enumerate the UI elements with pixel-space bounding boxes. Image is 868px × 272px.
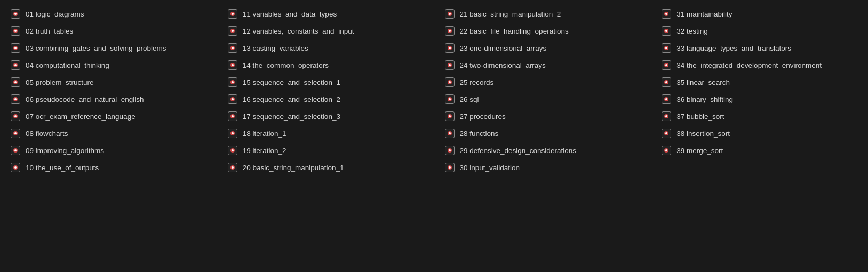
item-label: 17 sequence_and_selection_3 <box>243 113 340 121</box>
list-item[interactable]: 35 linear_search <box>656 74 863 91</box>
list-item[interactable]: 28 functions <box>440 125 646 142</box>
list-item[interactable]: 21 basic_string_manipulation_2 <box>440 5 646 22</box>
item-label: 22 basic_file_handling_operations <box>460 27 569 35</box>
item-label: 28 functions <box>460 130 499 138</box>
video-icon <box>228 111 237 121</box>
video-icon <box>228 146 237 155</box>
list-item[interactable]: 23 one-dimensional_arrays <box>440 39 646 57</box>
list-item[interactable]: 31 maintainability <box>656 5 863 22</box>
list-item[interactable]: 29 defensive_design_considerations <box>440 142 646 159</box>
list-item[interactable]: 06 pseudocode_and_natural_english <box>5 91 212 108</box>
item-label: 32 testing <box>676 27 708 35</box>
list-item[interactable]: 15 sequence_and_selection_1 <box>222 74 429 91</box>
video-icon <box>11 94 20 104</box>
video-icon <box>662 26 671 36</box>
video-icon <box>662 60 671 70</box>
list-item[interactable]: 02 truth_tables <box>5 22 212 39</box>
items-grid: 01 logic_diagrams02 truth_tables03 combi… <box>0 0 868 181</box>
item-label: 24 two-dimensional_arrays <box>460 61 546 69</box>
item-label: 02 truth_tables <box>26 27 73 35</box>
column-4: 31 maintainability32 testing33 language_… <box>651 5 868 176</box>
item-label: 29 defensive_design_considerations <box>460 147 576 155</box>
item-label: 07 ocr_exam_reference_language <box>26 113 136 121</box>
item-label: 13 casting_variables <box>243 44 308 52</box>
list-item[interactable]: 04 computational_thinking <box>5 57 212 74</box>
list-item[interactable]: 27 procedures <box>440 108 646 125</box>
list-item[interactable]: 26 sql <box>440 91 646 108</box>
list-item[interactable]: 12 variables,_constants_and_input <box>222 22 429 39</box>
list-item[interactable]: 32 testing <box>656 22 863 39</box>
list-item[interactable]: 25 records <box>440 74 646 91</box>
item-label: 23 one-dimensional_arrays <box>460 44 547 52</box>
item-label: 34 the_integrated_development_environmen… <box>676 61 822 69</box>
video-icon <box>445 94 455 104</box>
list-item[interactable]: 33 language_types_and_translators <box>656 39 863 57</box>
item-label: 21 basic_string_manipulation_2 <box>460 10 561 18</box>
item-label: 18 iteration_1 <box>243 130 286 138</box>
video-icon <box>662 9 671 19</box>
item-label: 31 maintainability <box>676 10 732 18</box>
video-icon <box>11 129 20 138</box>
video-icon <box>445 77 455 87</box>
item-label: 09 improving_algorithms <box>26 147 104 155</box>
list-item[interactable]: 38 insertion_sort <box>656 125 863 142</box>
list-item[interactable]: 19 iteration_2 <box>222 142 429 159</box>
list-item[interactable]: 07 ocr_exam_reference_language <box>5 108 212 125</box>
item-label: 39 merge_sort <box>676 147 723 155</box>
list-item[interactable]: 17 sequence_and_selection_3 <box>222 108 429 125</box>
list-item[interactable]: 22 basic_file_handling_operations <box>440 22 646 39</box>
item-label: 26 sql <box>460 95 479 103</box>
list-item[interactable]: 03 combining_gates_and_solving_problems <box>5 39 212 57</box>
item-label: 25 records <box>460 78 494 86</box>
list-item[interactable]: 01 logic_diagrams <box>5 5 212 22</box>
item-label: 27 procedures <box>460 113 506 121</box>
list-item[interactable]: 10 the_use_of_outputs <box>5 159 212 176</box>
video-icon <box>11 111 20 121</box>
video-icon <box>228 94 237 104</box>
item-label: 11 variables_and_data_types <box>243 10 337 18</box>
video-icon <box>11 146 20 155</box>
item-label: 12 variables,_constants_and_input <box>243 27 354 35</box>
item-label: 16 sequence_and_selection_2 <box>243 95 340 103</box>
list-item[interactable]: 24 two-dimensional_arrays <box>440 57 646 74</box>
list-item[interactable]: 09 improving_algorithms <box>5 142 212 159</box>
video-icon <box>228 77 237 87</box>
video-icon <box>662 77 671 87</box>
list-item[interactable]: 37 bubble_sort <box>656 108 863 125</box>
list-item[interactable]: 34 the_integrated_development_environmen… <box>656 57 863 74</box>
item-label: 35 linear_search <box>676 78 730 86</box>
video-icon <box>11 43 20 53</box>
video-icon <box>11 77 20 87</box>
list-item[interactable]: 18 iteration_1 <box>222 125 429 142</box>
item-label: 38 insertion_sort <box>676 130 730 138</box>
list-item[interactable]: 13 casting_variables <box>222 39 429 57</box>
item-label: 36 binary_shifting <box>676 95 733 103</box>
video-icon <box>445 146 455 155</box>
list-item[interactable]: 36 binary_shifting <box>656 91 863 108</box>
video-icon <box>662 111 671 121</box>
video-icon <box>662 94 671 104</box>
video-icon <box>11 163 20 172</box>
video-icon <box>445 43 455 53</box>
item-label: 20 basic_string_manipulation_1 <box>243 164 344 172</box>
video-icon <box>228 163 237 172</box>
list-item[interactable]: 39 merge_sort <box>656 142 863 159</box>
list-item[interactable]: 05 problem_structure <box>5 74 212 91</box>
column-3: 21 basic_string_manipulation_222 basic_f… <box>434 5 651 176</box>
item-label: 03 combining_gates_and_solving_problems <box>26 44 166 52</box>
item-label: 14 the_common_operators <box>243 61 329 69</box>
list-item[interactable]: 20 basic_string_manipulation_1 <box>222 159 429 176</box>
list-item[interactable]: 11 variables_and_data_types <box>222 5 429 22</box>
item-label: 04 computational_thinking <box>26 61 109 69</box>
list-item[interactable]: 16 sequence_and_selection_2 <box>222 91 429 108</box>
video-icon <box>662 146 671 155</box>
item-label: 30 input_validation <box>460 164 520 172</box>
video-icon <box>445 9 455 19</box>
list-item[interactable]: 08 flowcharts <box>5 125 212 142</box>
column-2: 11 variables_and_data_types12 variables,… <box>217 5 434 176</box>
list-item[interactable]: 14 the_common_operators <box>222 57 429 74</box>
video-icon <box>228 26 237 36</box>
video-icon <box>228 129 237 138</box>
list-item[interactable]: 30 input_validation <box>440 159 646 176</box>
video-icon <box>445 26 455 36</box>
